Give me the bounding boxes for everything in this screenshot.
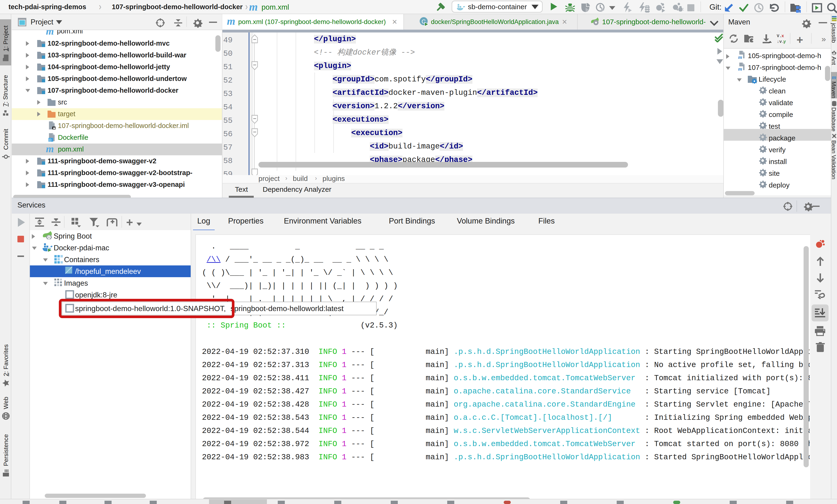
svg-text:m: m xyxy=(832,74,836,80)
svg-text:m: m xyxy=(227,16,235,26)
svg-text:m: m xyxy=(249,2,258,12)
svg-text:D: D xyxy=(49,138,51,142)
svg-text:m: m xyxy=(46,144,54,154)
svg-text:V.: V. xyxy=(777,34,782,38)
svg-text:y: y xyxy=(783,39,786,44)
svg-text:x: x xyxy=(781,34,784,38)
svg-text:m: m xyxy=(738,54,742,60)
svg-text:m: m xyxy=(738,66,742,72)
svg-text:m: m xyxy=(46,30,54,36)
